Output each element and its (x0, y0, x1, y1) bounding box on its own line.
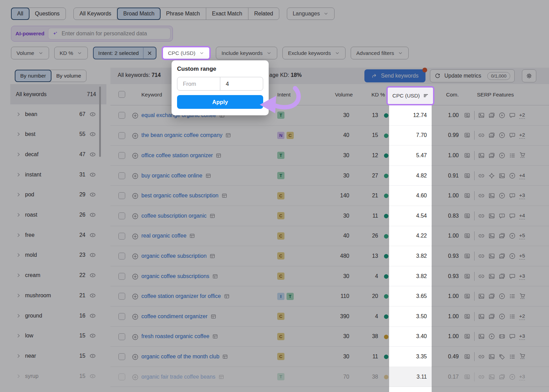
chevron-down-icon (199, 50, 205, 56)
popup-title: Custom range (177, 66, 263, 72)
cpc-column-tail (389, 387, 432, 392)
cpc-value: 3.35 (389, 347, 432, 367)
custom-range-popup: Custom range Apply (172, 60, 269, 115)
cpc-value: 3.65 (389, 286, 432, 307)
cpc-value: 5.47 (389, 146, 432, 166)
cpc-value: 4.54 (389, 206, 432, 226)
cpc-value: 4.60 (389, 186, 432, 206)
range-from-input[interactable] (177, 77, 220, 90)
cpc-value: 4.82 (389, 166, 432, 186)
header-cpc-highlighted[interactable]: CPC (USD) (386, 86, 434, 105)
cpc-value: 12.74 (389, 105, 432, 126)
cpc-value: 7.70 (389, 126, 432, 146)
cpc-value: 3.50 (389, 307, 432, 327)
apply-button[interactable]: Apply (177, 95, 263, 109)
cpc-value: 3.82 (389, 266, 432, 287)
annotation-arrow (256, 81, 302, 118)
tutorial-dim-overlay (0, 0, 549, 392)
cpc-filter-label: CPC (USD) (168, 50, 195, 56)
cpc-value: 3.40 (389, 327, 432, 347)
cpc-value: 3.11 (389, 367, 432, 387)
cpc-filter[interactable]: CPC (USD) (162, 46, 211, 60)
sort-descending-icon (423, 93, 429, 99)
keyword-magic-tool: ? All Questions All Keywords Broad Match… (0, 0, 549, 392)
header-cpc-label: CPC (USD) (392, 93, 420, 99)
cpc-value: 4.22 (389, 226, 432, 246)
cpc-value: 3.82 (389, 246, 432, 266)
range-inputs (177, 77, 263, 91)
